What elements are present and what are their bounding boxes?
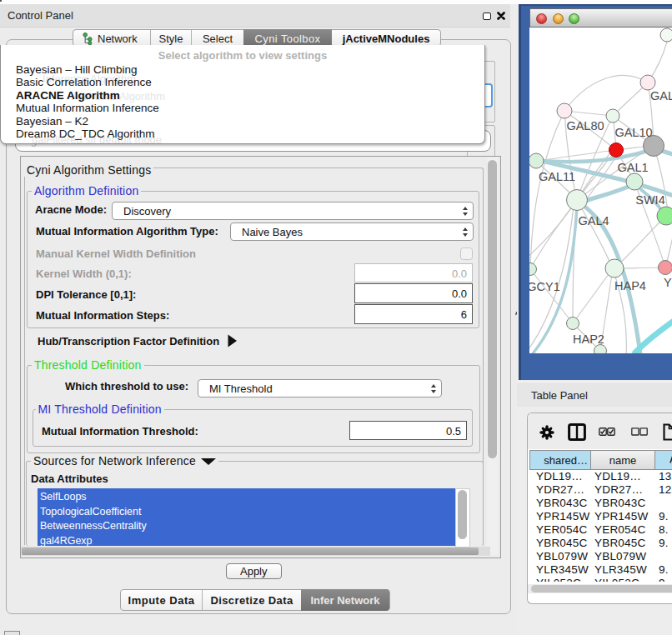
svg-text:GCY1: GCY1 [529, 280, 560, 293]
svg-text:GAL7: GAL7 [650, 89, 672, 102]
svg-text:GAL80: GAL80 [566, 119, 604, 132]
svg-text:GAL4: GAL4 [578, 214, 609, 228]
svg-text:Y: Y [664, 276, 672, 289]
svg-text:GAL1: GAL1 [617, 161, 648, 174]
svg-text:HAP2: HAP2 [573, 332, 604, 346]
svg-text:SWI4: SWI4 [635, 193, 664, 207]
svg-text:GAL10: GAL10 [614, 126, 652, 139]
svg-text:HAP4: HAP4 [614, 279, 646, 292]
svg-text:GAL11: GAL11 [539, 170, 575, 183]
